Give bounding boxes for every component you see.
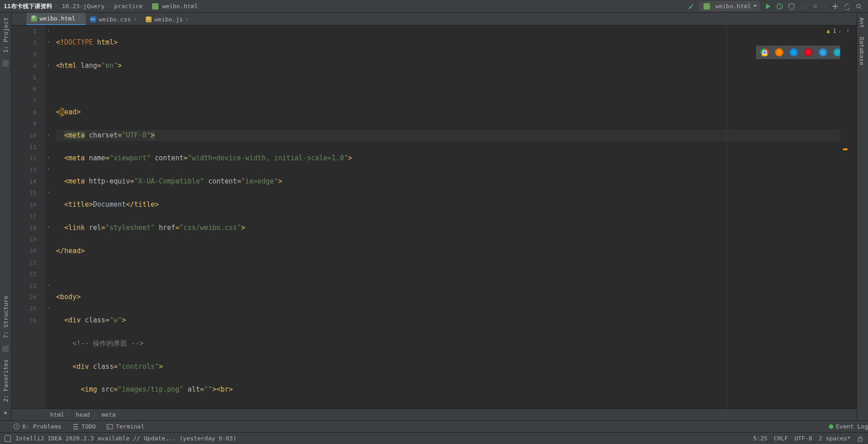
close-icon[interactable]: × xyxy=(186,16,189,22)
crumb-item[interactable]: meta xyxy=(102,411,116,418)
crumb-item[interactable]: head xyxy=(76,411,90,418)
profiler-icon[interactable] xyxy=(800,3,807,10)
event-dot-icon xyxy=(829,424,833,429)
terminal-icon xyxy=(107,424,113,430)
breadcrumb-item[interactable]: 10.23-jQuery xyxy=(62,3,105,10)
right-margin-line xyxy=(726,26,727,408)
tab-terminal[interactable]: Terminal xyxy=(107,423,144,430)
tab-weibo-css[interactable]: weibo.css × xyxy=(86,14,141,25)
css-file-icon xyxy=(90,16,96,22)
structure-icon xyxy=(2,346,9,352)
tab-label: weibo.html xyxy=(40,15,75,22)
coverage-icon[interactable] xyxy=(788,3,795,10)
tab-label: weibo.js xyxy=(154,16,183,23)
todo-icon xyxy=(72,424,79,430)
firefox-icon[interactable] xyxy=(775,48,783,56)
status-message[interactable]: IntelliJ IDEA 2020.2.3 available // Upda… xyxy=(15,435,236,442)
chevron-right-icon: 〉 xyxy=(93,411,99,419)
hammer-icon[interactable] xyxy=(688,3,695,10)
tab-label: Event Log xyxy=(836,423,868,430)
rail-project[interactable]: 1: Project xyxy=(1,13,10,57)
ie-icon[interactable] xyxy=(819,48,827,56)
chrome-icon[interactable] xyxy=(761,48,769,56)
error-stripe[interactable] xyxy=(840,26,848,408)
close-icon[interactable]: × xyxy=(78,15,81,21)
info-icon: ! xyxy=(14,424,20,429)
browser-preview-bar xyxy=(756,46,846,59)
tab-weibo-js[interactable]: weibo.js × xyxy=(141,14,193,25)
file-tabs: weibo.html × weibo.css × weibo.js × xyxy=(0,13,868,26)
close-icon[interactable]: × xyxy=(133,16,137,22)
html-file-icon xyxy=(31,15,37,21)
update-icon[interactable] xyxy=(843,3,851,10)
tab-label: TODO xyxy=(82,423,96,430)
fold-column[interactable]: ▾ ▾ ▾ ▴ ▾ ▾ ▾ ▾ ▴ ▴ xyxy=(46,26,55,408)
svg-rect-2 xyxy=(813,5,817,8)
star-icon: ★ xyxy=(4,408,7,416)
top-bar: 11布卡线下课资料 〉 10.23-jQuery 〉 practice 〉 we… xyxy=(0,0,868,13)
chevron-right-icon: 〉 xyxy=(54,2,60,10)
breadcrumb-root[interactable]: 11布卡线下课资料 xyxy=(4,2,52,10)
caret-position[interactable]: 5:25 xyxy=(753,435,767,442)
breadcrumb-item[interactable]: practice xyxy=(114,3,143,10)
opera-icon[interactable] xyxy=(804,48,812,56)
breadcrumb-file[interactable]: weibo.html xyxy=(162,3,198,10)
html-file-icon xyxy=(152,3,158,10)
line-gutter: 1234567891011121314151617181920212223242… xyxy=(11,26,46,408)
margin-warning-icon[interactable] xyxy=(843,148,848,150)
breadcrumb: 11布卡线下课资料 〉 10.23-jQuery 〉 practice 〉 we… xyxy=(0,2,198,10)
safari-icon[interactable] xyxy=(790,48,798,56)
right-tool-rail: Ant Database xyxy=(857,13,868,420)
svg-rect-5 xyxy=(858,438,862,441)
run-icon[interactable] xyxy=(764,3,771,10)
code-content[interactable]: <!DOCTYPE html> <html lang="en"> <head> … xyxy=(56,26,848,444)
chevron-right-icon: 〉 xyxy=(144,2,150,10)
editor-breadcrumb: html 〉 head 〉 meta xyxy=(11,408,857,420)
tab-problems[interactable]: ! 6: Problems xyxy=(14,423,61,430)
crumb-item[interactable]: html xyxy=(50,411,64,418)
tab-label: weibo.css xyxy=(99,16,131,23)
rail-structure[interactable]: 7: Structure xyxy=(1,291,10,343)
tab-label: Terminal xyxy=(116,423,144,430)
debug-icon[interactable] xyxy=(776,3,783,10)
tab-todo[interactable]: TODO xyxy=(72,423,96,430)
js-file-icon xyxy=(146,16,152,22)
file-encoding[interactable]: UTF-8 xyxy=(794,435,812,442)
svg-point-1 xyxy=(801,4,806,9)
project-icon xyxy=(2,60,9,66)
stop-icon[interactable] xyxy=(812,3,819,10)
warning-count: 1 xyxy=(833,27,837,34)
warning-icon: ▲ xyxy=(827,27,830,34)
toolbar-right: weibo.html | xyxy=(688,1,868,11)
chevron-down-icon xyxy=(753,5,757,7)
left-tool-rail: 1: Project 7: Structure 2: Favorites ★ xyxy=(0,13,11,420)
svg-point-3 xyxy=(857,4,860,8)
tab-label: 6: Problems xyxy=(22,423,61,430)
run-config-select[interactable]: weibo.html xyxy=(700,1,760,11)
rail-database[interactable]: Database xyxy=(857,32,867,70)
chevron-right-icon: 〉 xyxy=(67,411,73,419)
editor[interactable]: 1234567891011121314151617181920212223242… xyxy=(11,26,857,408)
html-file-icon xyxy=(704,3,710,10)
lock-icon[interactable] xyxy=(857,435,863,442)
rail-ant[interactable]: Ant xyxy=(857,13,867,32)
chevron-right-icon: 〉 xyxy=(107,2,112,10)
svg-rect-4 xyxy=(107,424,112,429)
status-bar: IntelliJ IDEA 2020.2.3 available // Upda… xyxy=(0,432,868,444)
bottom-tool-tabs: ! 6: Problems TODO Terminal Event Log xyxy=(0,420,868,432)
tab-event-log[interactable]: Event Log xyxy=(829,423,868,430)
line-separator[interactable]: CRLF xyxy=(774,435,788,442)
indent-status[interactable]: 2 spaces* xyxy=(819,435,851,442)
tab-weibo-html[interactable]: weibo.html × xyxy=(26,13,86,25)
tool-window-icon[interactable] xyxy=(5,435,11,442)
search-icon[interactable] xyxy=(855,3,863,10)
rail-favorites[interactable]: 2: Favorites xyxy=(1,355,10,407)
git-icon[interactable] xyxy=(832,3,839,10)
run-config-label: weibo.html xyxy=(715,3,751,10)
